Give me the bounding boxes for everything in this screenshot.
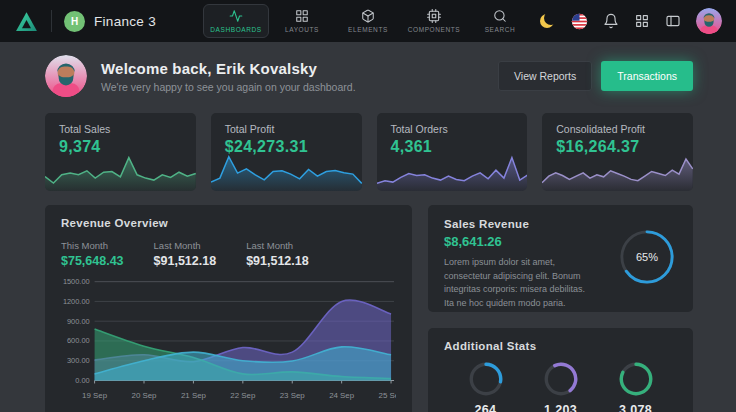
svg-text:900.00: 900.00 — [67, 317, 90, 326]
panel-icon[interactable] — [665, 13, 681, 29]
stat-card-label: Consolidated Profit — [556, 123, 679, 135]
nav-item-label: LAYOUTS — [285, 26, 319, 33]
bell-icon[interactable] — [603, 13, 619, 29]
revenue-overview-title: Revenue Overview — [61, 217, 396, 229]
additional-stats-row: 2641,2033,078 — [444, 362, 677, 412]
additional-stat: 3,078 — [619, 362, 653, 412]
nav-item-label: DASHBOARDS — [210, 26, 262, 33]
sales-revenue-card: Sales Revenue $8,641.26 Lorem ipsum dolo… — [428, 205, 693, 312]
stat-card-consolidated-profit: Consolidated Profit$16,264.37 — [542, 113, 693, 191]
spark-total-profit-chart — [211, 149, 362, 191]
stat-cards-row: Total Sales9,374Total Profit$24,273.31To… — [45, 113, 693, 191]
welcome-title: Welcome back, Erik Kovalsky — [101, 60, 356, 77]
additional-stat: 264 — [469, 362, 503, 412]
activity-icon — [229, 9, 243, 23]
welcome-section: Welcome back, Erik Kovalsky We're very h… — [45, 55, 693, 97]
cpu-icon — [427, 9, 441, 23]
revenue-stat-value: $91,512.18 — [154, 254, 217, 268]
additional-stat-value: 3,078 — [619, 403, 652, 412]
welcome-avatar — [45, 55, 87, 97]
moon-icon — [544, 11, 558, 25]
nav-item-label: ELEMENTS — [348, 26, 388, 33]
revenue-stat-label: This Month — [61, 240, 124, 251]
revenue-overview-chart: 0.00300.00600.00900.001200.001500.0019 S… — [61, 275, 396, 401]
user-avatar[interactable] — [696, 8, 722, 34]
svg-text:1500.00: 1500.00 — [63, 277, 90, 286]
nav-item-elements[interactable]: ELEMENTS — [335, 4, 401, 38]
us-flag-icon[interactable] — [571, 13, 588, 30]
spark-total-sales-chart — [45, 149, 196, 191]
revenue-overview-card: Revenue Overview This Month$75,648.43Las… — [45, 205, 412, 412]
stat-donut-1-chart — [544, 362, 578, 396]
apps-icon[interactable] — [634, 13, 650, 29]
welcome-actions: View Reports Transactions — [498, 61, 693, 91]
additional-stats-title: Additional Stats — [444, 340, 677, 352]
nav-item-dashboards[interactable]: DASHBOARDS — [203, 4, 269, 38]
sales-revenue-donut: 65% — [618, 228, 676, 286]
spark-consolidated-profit-chart — [542, 149, 693, 191]
stat-card-total-sales: Total Sales9,374 — [45, 113, 196, 191]
nav-item-layouts[interactable]: LAYOUTS — [269, 4, 335, 38]
revenue-stat: Last Month$91,512.18 — [154, 240, 217, 268]
svg-text:25 Sep: 25 Sep — [379, 391, 396, 400]
stat-card-total-profit: Total Profit$24,273.31 — [211, 113, 362, 191]
navbar-right — [539, 8, 722, 34]
svg-text:600.00: 600.00 — [67, 336, 90, 345]
welcome-subtitle: We're very happy to see you again on you… — [101, 81, 356, 93]
sales-revenue-donut-label: 65% — [618, 228, 676, 286]
revenue-stat: Last Month$91,512.18 — [246, 240, 309, 268]
svg-text:20 Sep: 20 Sep — [132, 391, 158, 400]
stat-donut-0-chart — [469, 362, 503, 396]
additional-stats-card: Additional Stats 2641,2033,078 — [428, 328, 693, 412]
navbar-divider — [51, 10, 52, 32]
nav-item-label: SEARCH — [485, 26, 516, 33]
revenue-stat-label: Last Month — [246, 240, 309, 251]
revenue-stats-row: This Month$75,648.43Last Month$91,512.18… — [61, 240, 396, 268]
revenue-stat-label: Last Month — [154, 240, 217, 251]
svg-text:300.00: 300.00 — [67, 356, 90, 365]
stat-card-total-orders: Total Orders4,361 — [377, 113, 528, 191]
page: Welcome back, Erik Kovalsky We're very h… — [0, 42, 736, 412]
dark-mode-toggle[interactable] — [539, 13, 556, 30]
additional-stat: 1,203 — [544, 362, 578, 412]
svg-text:22 Sep: 22 Sep — [230, 391, 256, 400]
app-logo-icon[interactable] — [14, 9, 39, 34]
svg-text:21 Sep: 21 Sep — [181, 391, 207, 400]
nav-item-search[interactable]: SEARCH — [467, 4, 533, 38]
revenue-stat-value: $91,512.18 — [246, 254, 309, 268]
stat-card-label: Total Orders — [391, 123, 514, 135]
view-reports-button[interactable]: View Reports — [498, 61, 592, 91]
navbar-menu: DASHBOARDSLAYOUTSELEMENTSCOMPONENTSSEARC… — [203, 0, 533, 42]
nav-item-components[interactable]: COMPONENTS — [401, 4, 467, 38]
svg-text:24 Sep: 24 Sep — [329, 391, 355, 400]
search-icon — [493, 9, 507, 23]
navbar: H Finance 3 DASHBOARDSLAYOUTSELEMENTSCOM… — [0, 0, 736, 42]
revenue-stat-value: $75,648.43 — [61, 254, 124, 268]
svg-text:23 Sep: 23 Sep — [280, 391, 306, 400]
svg-text:1200.00: 1200.00 — [63, 297, 90, 306]
svg-text:19 Sep: 19 Sep — [82, 391, 108, 400]
additional-stat-value: 264 — [475, 403, 497, 412]
grid-icon — [295, 9, 309, 23]
right-column: Sales Revenue $8,641.26 Lorem ipsum dolo… — [428, 205, 693, 412]
sales-revenue-description: Lorem ipsum dolor sit amet, consectetur … — [444, 256, 596, 310]
nav-item-label: COMPONENTS — [408, 26, 461, 33]
svg-text:0.00: 0.00 — [75, 376, 89, 385]
transactions-button[interactable]: Transactions — [601, 61, 693, 91]
revenue-stat: This Month$75,648.43 — [61, 240, 124, 268]
app-title: Finance 3 — [94, 14, 156, 29]
additional-stat-value: 1,203 — [544, 403, 577, 412]
main-row: Revenue Overview This Month$75,648.43Las… — [45, 205, 693, 412]
brand-badge: H — [64, 11, 85, 32]
stat-card-label: Total Profit — [225, 123, 348, 135]
stat-donut-2-chart — [619, 362, 653, 396]
box-icon — [361, 9, 375, 23]
spark-total-orders-chart — [377, 149, 528, 191]
welcome-text: Welcome back, Erik Kovalsky We're very h… — [101, 60, 356, 93]
stat-card-label: Total Sales — [59, 123, 182, 135]
